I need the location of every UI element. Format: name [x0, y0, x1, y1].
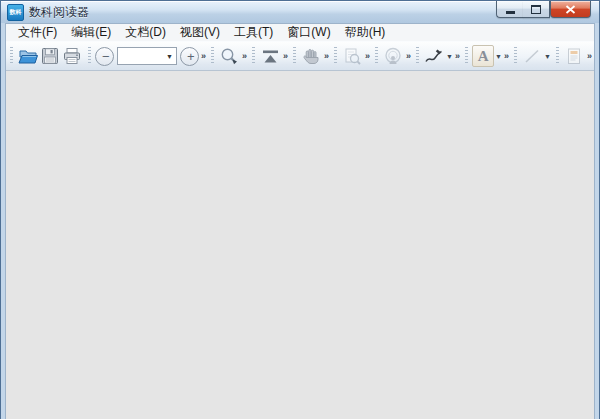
minimize-icon: [506, 11, 515, 14]
overflow-chevron-icon[interactable]: »: [283, 51, 287, 61]
toolbar-group-note: »: [553, 42, 594, 70]
dropdown-arrow-icon[interactable]: ▼: [446, 53, 453, 60]
maximize-icon: [531, 5, 541, 14]
toolbar-group-fit: »: [249, 42, 290, 70]
drag-handle[interactable]: [10, 47, 13, 65]
zoom-combo-dropdown-icon[interactable]: ▼: [163, 48, 176, 64]
document-area: [6, 71, 594, 419]
zoom-out-button[interactable]: −: [95, 47, 114, 66]
fit-width-button[interactable]: [259, 45, 281, 67]
menu-file[interactable]: 文件(F): [11, 23, 64, 42]
app-window: 数科 数科阅读器 文件(F) 编辑(E) 文档(D) 视图(V) 工具(T) 窗…: [0, 0, 600, 419]
toolbar: − ▼ + » »: [6, 41, 594, 71]
menu-bar: 文件(F) 编辑(E) 文档(D) 视图(V) 工具(T) 窗口(W) 帮助(H…: [6, 24, 594, 41]
toolbar-group-zoom: − ▼ + »: [85, 42, 208, 70]
menu-window[interactable]: 窗口(W): [280, 23, 337, 42]
fit-width-icon: [261, 47, 280, 65]
dropdown-arrow-icon[interactable]: ▼: [544, 53, 551, 60]
menu-tools[interactable]: 工具(T): [227, 23, 280, 42]
save-icon: [41, 47, 59, 65]
read-aloud-button[interactable]: [382, 45, 404, 67]
signature-pen-button[interactable]: [423, 45, 445, 67]
drag-handle[interactable]: [252, 47, 255, 65]
drag-handle[interactable]: [514, 47, 517, 65]
overflow-chevron-icon[interactable]: »: [324, 51, 328, 61]
toolbar-group-file: [7, 42, 85, 70]
note-icon: [565, 47, 583, 66]
overflow-chevron-icon[interactable]: »: [455, 51, 459, 61]
overflow-chevron-icon[interactable]: »: [365, 51, 369, 61]
print-button[interactable]: [61, 45, 83, 67]
drag-handle[interactable]: [293, 47, 296, 65]
toolbar-group-loupe: »: [331, 42, 372, 70]
drag-handle[interactable]: [211, 47, 214, 65]
drag-handle[interactable]: [416, 47, 419, 65]
close-icon: [565, 5, 576, 14]
drag-handle[interactable]: [556, 47, 559, 65]
zoom-in-button[interactable]: +: [180, 47, 199, 66]
toolbar-group-text: A ▼ »: [462, 42, 511, 70]
zoom-level-input[interactable]: [118, 48, 163, 64]
note-button[interactable]: [563, 45, 585, 67]
overflow-chevron-icon[interactable]: »: [242, 51, 246, 61]
toolbar-group-line: ▼: [511, 42, 553, 70]
overflow-chevron-icon[interactable]: »: [406, 51, 410, 61]
toolbar-group-signature: ▼ »: [413, 42, 462, 70]
print-icon: [63, 47, 81, 65]
menu-help[interactable]: 帮助(H): [338, 23, 393, 42]
menu-edit[interactable]: 编辑(E): [64, 23, 118, 42]
window-title: 数科阅读器: [29, 4, 89, 21]
maximize-button[interactable]: [523, 1, 550, 18]
close-button[interactable]: [550, 1, 591, 18]
read-aloud-icon: [383, 47, 403, 66]
toolbar-group-read-aloud: »: [372, 42, 413, 70]
toolbar-group-marquee-zoom: »: [208, 42, 249, 70]
drag-handle[interactable]: [88, 47, 91, 65]
overflow-chevron-icon[interactable]: »: [201, 51, 205, 61]
dropdown-arrow-icon[interactable]: ▼: [495, 53, 502, 60]
loupe-icon: [343, 47, 362, 66]
overflow-chevron-icon[interactable]: »: [587, 51, 591, 61]
open-folder-icon: [18, 47, 38, 65]
text-tool-icon: A: [472, 45, 494, 67]
signature-pen-icon: [424, 47, 444, 65]
minimize-button[interactable]: [496, 1, 523, 18]
marquee-zoom-icon: [220, 47, 239, 66]
toolbar-group-hand: »: [290, 42, 331, 70]
marquee-zoom-button[interactable]: [218, 45, 240, 67]
line-icon: [523, 47, 541, 65]
drag-handle[interactable]: [334, 47, 337, 65]
hand-tool-button[interactable]: [300, 45, 322, 67]
window-controls: [496, 1, 591, 18]
client-area: 文件(F) 编辑(E) 文档(D) 视图(V) 工具(T) 窗口(W) 帮助(H…: [5, 23, 595, 419]
zoom-level-combo[interactable]: ▼: [117, 47, 177, 65]
overflow-chevron-icon[interactable]: »: [504, 51, 508, 61]
title-bar[interactable]: 数科 数科阅读器: [1, 1, 599, 23]
menu-document[interactable]: 文档(D): [118, 23, 173, 42]
drag-handle[interactable]: [465, 47, 468, 65]
hand-icon: [302, 47, 320, 65]
save-button[interactable]: [39, 45, 61, 67]
open-file-button[interactable]: [17, 45, 39, 67]
drag-handle[interactable]: [375, 47, 378, 65]
text-tool-button[interactable]: A: [472, 45, 494, 67]
menu-view[interactable]: 视图(V): [173, 23, 227, 42]
loupe-button[interactable]: [341, 45, 363, 67]
app-icon: 数科: [7, 4, 24, 21]
line-tool-button[interactable]: [521, 45, 543, 67]
